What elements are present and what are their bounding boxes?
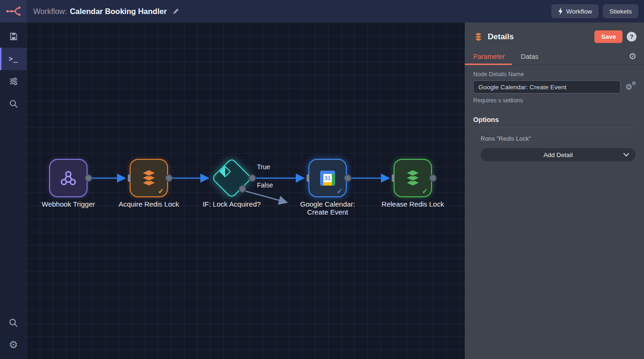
sidebar-item-settings[interactable]: ⚙	[0, 334, 27, 356]
gear-icon: ⚙	[9, 339, 18, 351]
details-panel: Details Save ? Parameter Datas ⚙ Node De…	[465, 22, 644, 359]
help-button[interactable]: ?	[627, 32, 637, 42]
question-mark-icon: ?	[630, 33, 634, 40]
webhook-output-port[interactable]	[85, 174, 92, 182]
node-if-lock-acquired[interactable]: IF: Lock Acquired?	[211, 158, 252, 199]
app-logo[interactable]	[0, 0, 27, 22]
add-detail-dropdown[interactable]: Add Detail	[481, 148, 636, 161]
success-check-icon: ✓	[422, 187, 428, 195]
sidebar-item-search[interactable]	[0, 93, 27, 115]
edge-label-true: True	[257, 163, 270, 171]
save-button[interactable]: Save	[594, 30, 622, 43]
gears-icon[interactable]: ⚙ ⚙	[625, 82, 636, 92]
if-branch-icon	[219, 165, 232, 178]
sidebar-item-sliders[interactable]	[0, 70, 27, 93]
if-node-shape[interactable]	[211, 158, 252, 199]
node-name-input[interactable]	[473, 80, 621, 93]
sliders-icon	[9, 77, 18, 86]
workflow-button[interactable]: Workflow	[551, 4, 599, 18]
helper-text: Requires s settions	[473, 97, 636, 104]
node-release-redis-lock[interactable]: ✓ Release Redis Lock	[394, 159, 432, 197]
tab-parameter[interactable]: Parameter	[473, 53, 505, 60]
search-icon	[8, 318, 18, 328]
sidebar-item-terminal[interactable]: >_	[0, 48, 27, 70]
node-label-line2: Create Event	[307, 208, 348, 216]
node-label-line1: Google Calendar:	[300, 200, 355, 208]
options-heading: Options	[473, 116, 636, 128]
stickets-button[interactable]: Stiekets	[603, 4, 638, 18]
calendar-input-port[interactable]	[307, 174, 309, 182]
details-panel-header: Details Save ?	[465, 22, 644, 48]
search-icon	[9, 99, 18, 108]
left-sidebar: >_ ⚙	[0, 22, 27, 359]
release-input-port[interactable]	[392, 174, 395, 182]
topbar-actions: Workflow Stiekets	[551, 4, 638, 18]
if-true-output-port[interactable]	[249, 174, 256, 182]
node-google-calendar-create-event[interactable]: 31 ✓ Google Calendar: Create Event	[308, 159, 347, 197]
success-check-icon: ✓	[337, 187, 343, 195]
acquire-output-port[interactable]	[165, 174, 173, 182]
release-output-port[interactable]	[429, 174, 437, 182]
node-label: IF: Lock Acquired?	[203, 200, 261, 208]
workflow-canvas[interactable]: Webhook Trigger ✓ Acquire Redis Lock IF:…	[27, 22, 465, 359]
tab-datas[interactable]: Datas	[521, 53, 539, 60]
workflow-title-prefix: Workflow:	[33, 7, 67, 16]
lightning-icon	[558, 7, 563, 15]
panel-title: Details	[488, 32, 514, 42]
node-label: Webhook Trigger	[42, 200, 95, 208]
panel-tabs: Parameter Datas ⚙	[465, 48, 644, 65]
gear-icon[interactable]: ⚙	[629, 51, 637, 62]
webhook-icon	[59, 168, 78, 188]
acquire-input-port[interactable]	[128, 174, 131, 182]
redis-icon	[403, 168, 423, 188]
sidebar-item-search-bottom[interactable]	[0, 311, 27, 334]
google-calendar-icon: 31	[320, 171, 335, 186]
top-bar: Workflow: Calendar Booking Handler Workf…	[0, 0, 644, 22]
edit-title-button[interactable]	[172, 7, 180, 15]
workflow-title: Workflow: Calendar Booking Handler	[33, 7, 180, 16]
n8n-logo-icon	[5, 5, 22, 17]
node-acquire-redis-lock[interactable]: ✓ Acquire Redis Lock	[130, 159, 168, 197]
chevron-down-icon	[623, 153, 629, 157]
sidebar-item-save[interactable]	[0, 25, 27, 48]
node-webhook-trigger[interactable]: Webhook Trigger	[49, 159, 88, 197]
node-name-label: Node Details Name	[473, 71, 636, 78]
pencil-icon	[172, 7, 180, 15]
success-check-icon: ✓	[158, 187, 164, 195]
redis-icon	[139, 168, 159, 188]
save-icon	[9, 32, 18, 41]
panel-body: Node Details Name ⚙ ⚙ Requires s settion…	[465, 71, 644, 161]
calendar-output-port[interactable]	[344, 174, 351, 182]
node-label: Acquire Redis Lock	[118, 200, 179, 208]
node-label: Release Redis Lock	[381, 200, 444, 208]
active-tab-underline	[465, 64, 512, 65]
if-false-output-port[interactable]	[239, 185, 246, 193]
runs-note: Rons "Redis Lock"	[481, 135, 636, 142]
edge-label-false: False	[257, 181, 273, 189]
terminal-icon: >_	[8, 55, 18, 63]
redis-icon	[473, 32, 483, 42]
calendar-day: 31	[323, 174, 332, 182]
workflow-title-name: Calendar Booking Handler	[70, 7, 167, 16]
